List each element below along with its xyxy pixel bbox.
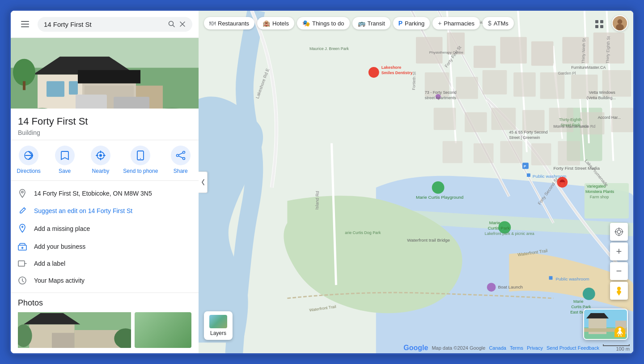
share-button[interactable]: Share bbox=[167, 146, 194, 175]
svg-text:Farm shop: Farm shop bbox=[590, 195, 609, 199]
svg-point-113 bbox=[432, 181, 445, 194]
svg-rect-122 bbox=[549, 276, 553, 280]
photo-thumb-2[interactable] bbox=[135, 312, 191, 348]
street-view-peg-button[interactable] bbox=[610, 282, 628, 300]
layers-button[interactable]: Layers bbox=[204, 311, 233, 340]
terms-link[interactable]: Terms bbox=[510, 345, 523, 351]
chip-pharmacies[interactable]: + Pharmacies bbox=[432, 17, 480, 29]
svg-rect-71 bbox=[500, 37, 527, 64]
chip-parking[interactable]: P Parking bbox=[393, 17, 430, 29]
search-button[interactable] bbox=[168, 21, 175, 28]
add-label-text: Add a label bbox=[34, 260, 65, 267]
photo-thumb-1[interactable] bbox=[18, 312, 131, 348]
send-to-phone-button[interactable]: Send to phone bbox=[123, 146, 158, 175]
svg-rect-77 bbox=[483, 70, 507, 95]
search-bar bbox=[11, 11, 199, 38]
svg-text:Thirty-Eighth: Thirty-Eighth bbox=[559, 117, 582, 122]
photos-title: Photos bbox=[18, 298, 191, 308]
svg-rect-84 bbox=[491, 108, 516, 130]
svg-point-124 bbox=[583, 288, 595, 300]
svg-point-153 bbox=[618, 19, 623, 24]
add-place-icon bbox=[18, 224, 27, 234]
feedback-link[interactable]: Send Product Feedback bbox=[547, 345, 599, 351]
save-button[interactable]: Save bbox=[51, 146, 78, 175]
svg-text:Thirty Eighth St: Thirty Eighth St bbox=[605, 36, 610, 64]
chip-atms[interactable]: $ ATMs bbox=[483, 17, 514, 29]
scale-bar: 100 m bbox=[603, 344, 630, 351]
add-missing-item[interactable]: Add a missing place bbox=[11, 219, 199, 238]
privacy-link[interactable]: Privacy bbox=[527, 345, 543, 351]
svg-rect-158 bbox=[600, 25, 603, 28]
map-data-text: Map data ©2024 Google bbox=[432, 345, 485, 351]
maps-activity-item[interactable]: Your Maps activity bbox=[11, 272, 199, 289]
chip-hotels[interactable]: 🏨 Hotels bbox=[257, 17, 294, 29]
pharmacies-icon: + bbox=[438, 20, 441, 27]
layers-label: Layers bbox=[210, 330, 226, 336]
search-input-wrap[interactable] bbox=[38, 17, 192, 32]
suggest-edit-item[interactable]: Suggest an edit on 14 Forty First St bbox=[11, 202, 199, 219]
svg-rect-155 bbox=[595, 20, 598, 23]
svg-rect-82 bbox=[434, 108, 456, 130]
svg-rect-85 bbox=[522, 110, 545, 132]
add-missing-text: Add a missing place bbox=[34, 225, 90, 232]
svg-rect-16 bbox=[69, 81, 78, 95]
location-icon bbox=[18, 189, 27, 198]
svg-text:Lakeshore: Lakeshore bbox=[381, 65, 402, 70]
grid-apps-button[interactable] bbox=[591, 16, 607, 32]
svg-text:Smiles Dentistry: Smiles Dentistry bbox=[381, 71, 413, 75]
my-location-button[interactable] bbox=[610, 223, 628, 241]
transit-icon: 🚌 bbox=[358, 20, 365, 27]
save-label: Save bbox=[59, 168, 71, 175]
svg-point-159 bbox=[617, 230, 621, 234]
chip-things-to-do[interactable]: 🎭 Things to do bbox=[297, 17, 350, 29]
svg-line-4 bbox=[173, 25, 175, 27]
canada-link[interactable]: Canada bbox=[489, 345, 506, 351]
edit-icon bbox=[18, 207, 27, 215]
map-topbar: 🍽 Restaurants 🏨 Hotels 🎭 Things to do 🚌 … bbox=[199, 11, 633, 36]
place-name: 14 Forty First St bbox=[18, 116, 191, 127]
user-avatar-button[interactable] bbox=[612, 15, 628, 31]
svg-text:73 - Forty Second: 73 - Forty Second bbox=[425, 90, 457, 95]
chip-things-to-do-label: Things to do bbox=[312, 20, 344, 27]
map-panel: Condominium... Maurice J. Breen Park Phy… bbox=[199, 11, 633, 353]
svg-line-175 bbox=[621, 332, 623, 334]
map-controls: + − bbox=[610, 223, 628, 300]
business-icon bbox=[18, 243, 27, 251]
address-item[interactable]: 14 Forty First St, Etobicoke, ON M8W 3N5 bbox=[11, 184, 199, 202]
svg-text:(Vetta Building...: (Vetta Building... bbox=[587, 96, 616, 100]
share-icon-circle bbox=[171, 146, 191, 165]
street-view-thumbnail[interactable] bbox=[583, 309, 628, 340]
svg-rect-51 bbox=[75, 330, 120, 348]
chip-restaurants[interactable]: 🍽 Restaurants bbox=[204, 17, 254, 29]
svg-line-36 bbox=[178, 153, 183, 155]
chip-transit[interactable]: 🚌 Transit bbox=[352, 17, 390, 29]
svg-text:Boat Launch: Boat Launch bbox=[498, 285, 523, 289]
svg-rect-15 bbox=[47, 81, 64, 97]
svg-text:Curtis Park: Curtis Park bbox=[488, 226, 510, 230]
nearby-button[interactable]: Nearby bbox=[87, 146, 114, 175]
hamburger-button[interactable] bbox=[17, 16, 33, 32]
add-label-item[interactable]: Add a label bbox=[11, 255, 199, 272]
svg-rect-111 bbox=[527, 173, 530, 177]
directions-button[interactable]: Directions bbox=[15, 146, 42, 175]
svg-rect-89 bbox=[443, 141, 463, 163]
svg-point-98 bbox=[369, 67, 379, 78]
svg-text:45 & 55 Forty Second: 45 & 55 Forty Second bbox=[509, 130, 547, 134]
map-canvas: Condominium... Maurice J. Breen Park Phy… bbox=[199, 11, 633, 353]
svg-rect-44 bbox=[18, 261, 25, 266]
collapse-panel-button[interactable] bbox=[199, 172, 208, 193]
svg-rect-21 bbox=[114, 97, 149, 109]
zoom-in-button[interactable]: + bbox=[610, 243, 628, 260]
zoom-out-button[interactable]: − bbox=[610, 262, 628, 280]
svg-rect-1 bbox=[21, 24, 29, 25]
svg-rect-88 bbox=[611, 108, 633, 132]
atms-icon: $ bbox=[488, 20, 491, 27]
directions-icon-circle bbox=[19, 146, 38, 165]
clear-search-button[interactable] bbox=[179, 21, 186, 28]
svg-text:Marie Curtis Playground: Marie Curtis Playground bbox=[416, 195, 463, 200]
svg-text:Street | Greenwin: Street | Greenwin bbox=[509, 135, 540, 140]
svg-rect-70 bbox=[474, 46, 496, 68]
add-business-item[interactable]: Add your business bbox=[11, 238, 199, 255]
search-input[interactable] bbox=[44, 21, 165, 28]
send-to-phone-label: Send to phone bbox=[123, 168, 158, 175]
